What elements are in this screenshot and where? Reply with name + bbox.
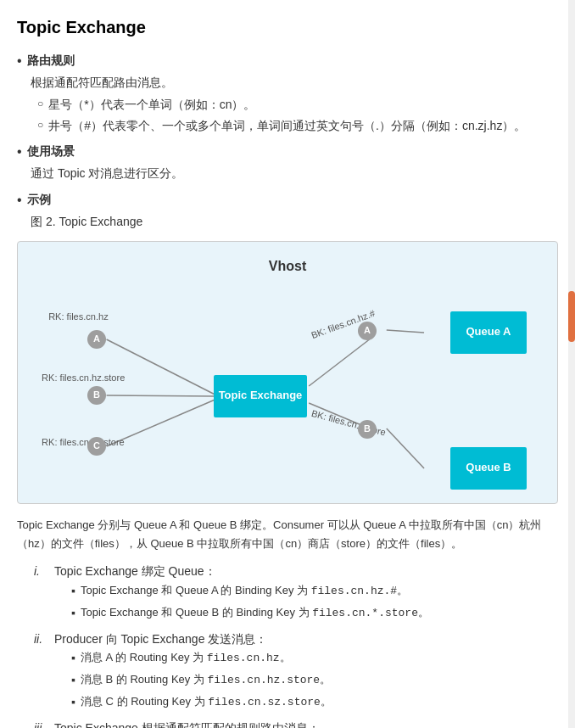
node-b-left: B	[87, 386, 106, 405]
roman-content: Producer 向 Topic Exchange 发送消息：▪消息 A 的 R…	[54, 630, 332, 716]
list-item: ▪消息 C 的 Routing Key 为 files.cn.sz.store。	[71, 692, 332, 712]
fig-label: 图 2. Topic Exchange	[31, 212, 558, 231]
roman-numeral: iii.	[34, 719, 49, 728]
code-text: files.cn.hz.#	[311, 585, 397, 597]
svg-line-6	[387, 428, 424, 468]
routing-rule-desc: 根据通配符匹配路由消息。	[31, 73, 558, 92]
square-bullet: ▪	[71, 692, 75, 711]
diagram-inner: RK: files.cn.hz RK: files.cn.hz.store RK…	[31, 286, 544, 507]
sub-list: ▪消息 A 的 Routing Key 为 files.cn.hz。▪消息 B …	[71, 648, 332, 712]
example-section: • 示例 图 2. Topic Exchange	[17, 190, 558, 231]
node-a-right: A	[358, 322, 377, 340]
item-text: 消息 C 的 Routing Key 为 files.cn.sz.store。	[81, 692, 332, 712]
routing-rule-item2: ○ 井号（#）代表零个、一个或多个单词，单词间通过英文句号（.）分隔（例如：cn…	[37, 116, 558, 135]
roman-title: Topic Exchange 根据通配符匹配的规则路由消息：	[54, 721, 320, 728]
square-bullet: ▪	[71, 581, 75, 600]
scrollbar-track[interactable]	[568, 0, 575, 728]
svg-line-3	[309, 339, 369, 386]
list-item: ▪消息 A 的 Routing Key 为 files.cn.hz。	[71, 648, 332, 668]
roman-content: Topic Exchange 绑定 Queue：▪Topic Exchange …	[54, 562, 429, 626]
code-text: files.cn.sz.store	[208, 696, 321, 708]
code-text: files.cn.hz	[207, 652, 280, 664]
list-sections: i.Topic Exchange 绑定 Queue：▪Topic Exchang…	[34, 562, 558, 728]
exchange-box: Topic Exchange	[214, 375, 307, 417]
square-bullet: ▪	[71, 648, 75, 667]
svg-text:RK: files.cn.hz.store: RK: files.cn.hz.store	[42, 372, 125, 383]
routing-rule-section: • 路由规则 根据通配符匹配路由消息。 ○ 星号（*）代表一个单词（例如：cn）…	[17, 51, 558, 135]
bullet-dot-2: •	[17, 142, 22, 162]
list-item: ▪消息 B 的 Routing Key 为 files.cn.hz.store。	[71, 670, 332, 690]
square-bullet: ▪	[71, 670, 75, 689]
diagram-container: Vhost RK: files.cn.hz RK: files.cn.hz.st…	[17, 241, 558, 504]
vhost-label: Vhost	[31, 255, 544, 277]
list-item-roman: iii.Topic Exchange 根据通配符匹配的规则路由消息：▪Routi…	[34, 719, 558, 728]
use-case-title: 使用场景	[27, 142, 75, 160]
item-text: Topic Exchange 和 Queue A 的 Binding Key 为…	[81, 581, 408, 601]
node-a-left: A	[87, 330, 106, 349]
svg-text:RK: files.cn.sz.store: RK: files.cn.sz.store	[42, 437, 125, 447]
square-bullet: ▪	[71, 603, 75, 622]
svg-line-5	[387, 330, 424, 333]
svg-line-1	[107, 395, 215, 396]
queue-a-box: Queue A	[450, 311, 527, 354]
roman-content: Topic Exchange 根据通配符匹配的规则路由消息：▪Routing K…	[54, 719, 558, 728]
bullet-dot-1: •	[17, 51, 22, 71]
list-item: ▪Topic Exchange 和 Queue B 的 Binding Key …	[71, 603, 429, 623]
svg-line-0	[107, 339, 215, 395]
use-case-desc: 通过 Topic 对消息进行区分。	[31, 164, 558, 182]
routing-rule-item1: ○ 星号（*）代表一个单词（例如：cn）。	[37, 95, 558, 114]
item-text: Topic Exchange 和 Queue B 的 Binding Key 为…	[81, 603, 429, 623]
item-text: 消息 B 的 Routing Key 为 files.cn.hz.store。	[81, 670, 331, 690]
list-item: ▪Topic Exchange 和 Queue A 的 Binding Key …	[71, 581, 429, 601]
list-item-roman: ii.Producer 向 Topic Exchange 发送消息：▪消息 A …	[34, 630, 558, 716]
bullet-dot-3: •	[17, 190, 22, 210]
queue-b-box: Queue B	[450, 447, 527, 490]
routing-rule-title: 路由规则	[27, 51, 75, 70]
svg-text:RK: files.cn.hz: RK: files.cn.hz	[48, 311, 109, 322]
roman-numeral: i.	[34, 562, 49, 580]
roman-title: Topic Exchange 绑定 Queue：	[54, 564, 216, 578]
use-case-section: • 使用场景 通过 Topic 对消息进行区分。	[17, 142, 558, 182]
description-text: Topic Exchange 分别与 Queue A 和 Queue B 绑定。…	[17, 516, 558, 553]
roman-title: Producer 向 Topic Exchange 发送消息：	[54, 632, 267, 646]
sub-list: ▪Topic Exchange 和 Queue A 的 Binding Key …	[71, 581, 429, 623]
node-c-left: C	[87, 437, 106, 456]
roman-numeral: ii.	[34, 630, 49, 648]
code-text: files.cn.hz.store	[208, 674, 321, 686]
node-b-right: B	[358, 420, 377, 439]
scrollbar-thumb[interactable]	[568, 291, 575, 342]
example-title: 示例	[27, 190, 51, 209]
list-item-roman: i.Topic Exchange 绑定 Queue：▪Topic Exchang…	[34, 562, 558, 626]
item-text: 消息 A 的 Routing Key 为 files.cn.hz。	[81, 648, 291, 668]
page-title: Topic Exchange	[17, 14, 558, 41]
code-text: files.cn.*.store	[312, 607, 418, 619]
